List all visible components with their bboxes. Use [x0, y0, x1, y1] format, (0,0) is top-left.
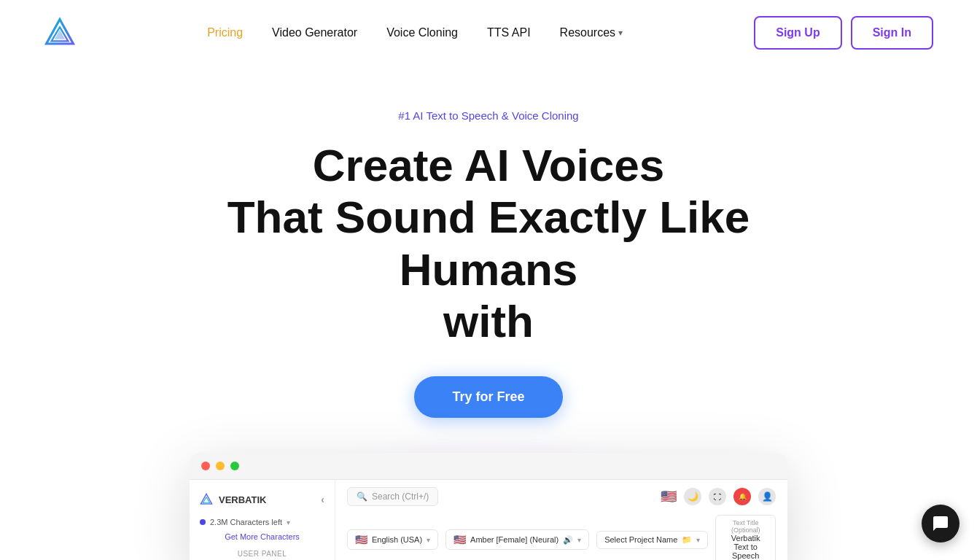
chars-dropdown-icon[interactable]: ▾: [287, 518, 290, 526]
title-input-wrapper: Text Title (Optional) Verbatik Text to S…: [723, 519, 768, 560]
nav-resources[interactable]: Resources ▾: [560, 26, 623, 39]
chevron-down-icon: ▾: [618, 28, 623, 38]
search-placeholder: Search (Ctrl+/): [372, 491, 429, 502]
app-window: VERBATIK ‹ 2.3M Characters left ▾ Get Mo…: [190, 453, 787, 560]
nav-video-generator[interactable]: Video Generator: [272, 26, 357, 39]
title-input-area: Text Title (Optional) Verbatik Text to S…: [715, 515, 776, 560]
chars-left-text: 2.3M Characters left: [210, 518, 282, 526]
voice-flag: 🇺🇸: [454, 534, 466, 545]
title-value[interactable]: Verbatik Text to Speech: [723, 534, 768, 560]
window-close-dot: [201, 462, 210, 470]
notification-icon[interactable]: 🔔: [733, 488, 751, 505]
win-topbar: 🔍 Search (Ctrl+/) 🇺🇸 🌙 ⛶ 🔔 👤: [347, 487, 776, 506]
sidebar-section-label: USER PANEL: [190, 547, 335, 560]
hero-section: #1 AI Text to Speech & Voice Cloning Cre…: [0, 66, 977, 560]
voice-audio-icon: 🔊: [563, 535, 573, 545]
hero-badge: #1 AI Text to Speech & Voice Cloning: [398, 109, 578, 122]
try-free-button[interactable]: Try for Free: [414, 376, 562, 418]
language-select[interactable]: 🇺🇸 English (USA) ▾: [347, 529, 438, 550]
voice-select[interactable]: 🇺🇸 Amber [Female] (Neural) 🔊 ▾: [445, 529, 589, 550]
nav-buttons: Sign Up Sign In: [754, 16, 933, 50]
nav-links: Pricing Video Generator Voice Cloning TT…: [207, 26, 623, 39]
app-preview: VERBATIK ‹ 2.3M Characters left ▾ Get Mo…: [190, 453, 787, 560]
nav-pricing[interactable]: Pricing: [207, 26, 243, 39]
win-controls-row: 🇺🇸 English (USA) ▾ 🇺🇸 Amber [Female] (Ne…: [347, 515, 776, 560]
hero-title: Create AI Voices That Sound Exactly Like…: [197, 139, 780, 347]
voice-label: Amber [Female] (Neural): [470, 535, 558, 544]
sidebar-brand: VERBATIK: [219, 494, 266, 505]
title-label: Text Title (Optional): [723, 519, 768, 534]
hero-cta: Try for Free: [414, 376, 562, 418]
win-search[interactable]: 🔍 Search (Ctrl+/): [347, 487, 438, 506]
logo-icon: [44, 17, 76, 49]
navbar: Pricing Video Generator Voice Cloning TT…: [0, 0, 977, 66]
flag-icon: 🇺🇸: [661, 489, 677, 505]
svg-marker-3: [201, 494, 211, 505]
signin-button[interactable]: Sign In: [851, 16, 933, 50]
verbatik-mini-logo: [200, 493, 213, 506]
window-minimize-dot: [216, 462, 225, 470]
win-main: 🔍 Search (Ctrl+/) 🇺🇸 🌙 ⛶ 🔔 👤: [335, 480, 787, 560]
win-topbar-icons: 🇺🇸 🌙 ⛶ 🔔 👤: [661, 488, 776, 505]
nav-tts-api[interactable]: TTS API: [487, 26, 531, 39]
project-chevron: ▾: [696, 536, 700, 544]
chat-bubble[interactable]: [922, 505, 960, 542]
hero-title-line3: with: [443, 296, 534, 346]
search-icon: 🔍: [357, 491, 367, 502]
nav-voice-cloning[interactable]: Voice Cloning: [386, 26, 458, 39]
window-maximize-dot: [230, 462, 239, 470]
win-sidebar: VERBATIK ‹ 2.3M Characters left ▾ Get Mo…: [190, 480, 335, 560]
sidebar-collapse-icon[interactable]: ‹: [321, 494, 324, 505]
chars-dot: [200, 519, 206, 525]
voice-chevron: ▾: [577, 536, 581, 544]
win-sidebar-header: VERBATIK ‹: [190, 487, 335, 515]
project-icon: 📁: [682, 535, 692, 545]
window-titlebar: [190, 453, 787, 480]
sidebar-get-chars[interactable]: Get More Characters: [190, 529, 335, 547]
language-flag: 🇺🇸: [355, 534, 367, 545]
language-chevron: ▾: [427, 536, 430, 544]
window-body: VERBATIK ‹ 2.3M Characters left ▾ Get Mo…: [190, 480, 787, 560]
project-label: Select Project Name: [604, 535, 677, 544]
language-label: English (USA): [372, 535, 422, 544]
hero-title-line1: Create AI Voices: [313, 140, 664, 190]
signup-button[interactable]: Sign Up: [754, 16, 841, 50]
user-avatar[interactable]: 👤: [758, 488, 776, 505]
chat-icon: [932, 515, 949, 532]
logo[interactable]: [44, 17, 76, 49]
project-select[interactable]: Select Project Name 📁 ▾: [596, 531, 708, 549]
hero-title-line2: That Sound Exactly Like Humans: [227, 192, 750, 294]
sidebar-chars: 2.3M Characters left ▾: [190, 515, 335, 529]
dark-mode-icon[interactable]: 🌙: [684, 488, 701, 505]
fullscreen-icon[interactable]: ⛶: [709, 488, 726, 505]
